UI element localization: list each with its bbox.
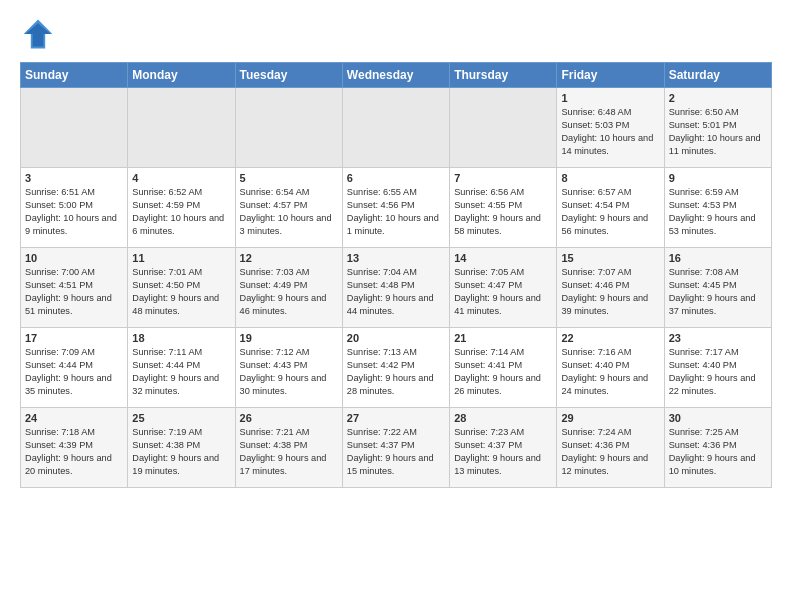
calendar-cell: 6Sunrise: 6:55 AMSunset: 4:56 PMDaylight… xyxy=(342,168,449,248)
cell-info: Sunrise: 7:12 AMSunset: 4:43 PMDaylight:… xyxy=(240,346,338,398)
calendar-week-row: 10Sunrise: 7:00 AMSunset: 4:51 PMDayligh… xyxy=(21,248,772,328)
calendar-cell: 18Sunrise: 7:11 AMSunset: 4:44 PMDayligh… xyxy=(128,328,235,408)
day-number: 8 xyxy=(561,172,659,184)
day-number: 5 xyxy=(240,172,338,184)
cell-info: Sunrise: 7:17 AMSunset: 4:40 PMDaylight:… xyxy=(669,346,767,398)
calendar-week-row: 3Sunrise: 6:51 AMSunset: 5:00 PMDaylight… xyxy=(21,168,772,248)
day-number: 23 xyxy=(669,332,767,344)
logo xyxy=(20,16,60,52)
calendar-cell: 15Sunrise: 7:07 AMSunset: 4:46 PMDayligh… xyxy=(557,248,664,328)
svg-marker-1 xyxy=(25,23,50,46)
cell-info: Sunrise: 6:59 AMSunset: 4:53 PMDaylight:… xyxy=(669,186,767,238)
day-number: 9 xyxy=(669,172,767,184)
calendar-cell: 17Sunrise: 7:09 AMSunset: 4:44 PMDayligh… xyxy=(21,328,128,408)
calendar-cell: 24Sunrise: 7:18 AMSunset: 4:39 PMDayligh… xyxy=(21,408,128,488)
day-number: 24 xyxy=(25,412,123,424)
weekday-header-cell: Monday xyxy=(128,63,235,88)
calendar-week-row: 17Sunrise: 7:09 AMSunset: 4:44 PMDayligh… xyxy=(21,328,772,408)
weekday-header-cell: Wednesday xyxy=(342,63,449,88)
cell-info: Sunrise: 7:19 AMSunset: 4:38 PMDaylight:… xyxy=(132,426,230,478)
calendar-cell: 2Sunrise: 6:50 AMSunset: 5:01 PMDaylight… xyxy=(664,88,771,168)
cell-info: Sunrise: 7:04 AMSunset: 4:48 PMDaylight:… xyxy=(347,266,445,318)
calendar-cell xyxy=(450,88,557,168)
cell-info: Sunrise: 7:05 AMSunset: 4:47 PMDaylight:… xyxy=(454,266,552,318)
cell-info: Sunrise: 7:13 AMSunset: 4:42 PMDaylight:… xyxy=(347,346,445,398)
day-number: 14 xyxy=(454,252,552,264)
calendar-cell: 27Sunrise: 7:22 AMSunset: 4:37 PMDayligh… xyxy=(342,408,449,488)
day-number: 10 xyxy=(25,252,123,264)
calendar-cell: 14Sunrise: 7:05 AMSunset: 4:47 PMDayligh… xyxy=(450,248,557,328)
day-number: 30 xyxy=(669,412,767,424)
cell-info: Sunrise: 6:51 AMSunset: 5:00 PMDaylight:… xyxy=(25,186,123,238)
cell-info: Sunrise: 6:55 AMSunset: 4:56 PMDaylight:… xyxy=(347,186,445,238)
day-number: 15 xyxy=(561,252,659,264)
day-number: 12 xyxy=(240,252,338,264)
day-number: 29 xyxy=(561,412,659,424)
cell-info: Sunrise: 7:09 AMSunset: 4:44 PMDaylight:… xyxy=(25,346,123,398)
cell-info: Sunrise: 6:54 AMSunset: 4:57 PMDaylight:… xyxy=(240,186,338,238)
cell-info: Sunrise: 7:08 AMSunset: 4:45 PMDaylight:… xyxy=(669,266,767,318)
calendar-week-row: 1Sunrise: 6:48 AMSunset: 5:03 PMDaylight… xyxy=(21,88,772,168)
calendar-table: SundayMondayTuesdayWednesdayThursdayFrid… xyxy=(20,62,772,488)
day-number: 25 xyxy=(132,412,230,424)
day-number: 28 xyxy=(454,412,552,424)
cell-info: Sunrise: 7:03 AMSunset: 4:49 PMDaylight:… xyxy=(240,266,338,318)
cell-info: Sunrise: 6:48 AMSunset: 5:03 PMDaylight:… xyxy=(561,106,659,158)
calendar-cell: 23Sunrise: 7:17 AMSunset: 4:40 PMDayligh… xyxy=(664,328,771,408)
calendar-cell: 13Sunrise: 7:04 AMSunset: 4:48 PMDayligh… xyxy=(342,248,449,328)
calendar-cell: 4Sunrise: 6:52 AMSunset: 4:59 PMDaylight… xyxy=(128,168,235,248)
cell-info: Sunrise: 6:57 AMSunset: 4:54 PMDaylight:… xyxy=(561,186,659,238)
day-number: 1 xyxy=(561,92,659,104)
calendar-cell xyxy=(128,88,235,168)
calendar-cell: 10Sunrise: 7:00 AMSunset: 4:51 PMDayligh… xyxy=(21,248,128,328)
weekday-header: SundayMondayTuesdayWednesdayThursdayFrid… xyxy=(21,63,772,88)
cell-info: Sunrise: 6:52 AMSunset: 4:59 PMDaylight:… xyxy=(132,186,230,238)
calendar-cell: 1Sunrise: 6:48 AMSunset: 5:03 PMDaylight… xyxy=(557,88,664,168)
day-number: 27 xyxy=(347,412,445,424)
calendar-week-row: 24Sunrise: 7:18 AMSunset: 4:39 PMDayligh… xyxy=(21,408,772,488)
day-number: 17 xyxy=(25,332,123,344)
cell-info: Sunrise: 7:18 AMSunset: 4:39 PMDaylight:… xyxy=(25,426,123,478)
calendar-cell xyxy=(21,88,128,168)
cell-info: Sunrise: 7:21 AMSunset: 4:38 PMDaylight:… xyxy=(240,426,338,478)
calendar-cell xyxy=(342,88,449,168)
calendar-cell: 9Sunrise: 6:59 AMSunset: 4:53 PMDaylight… xyxy=(664,168,771,248)
calendar-cell: 29Sunrise: 7:24 AMSunset: 4:36 PMDayligh… xyxy=(557,408,664,488)
day-number: 3 xyxy=(25,172,123,184)
weekday-header-cell: Friday xyxy=(557,63,664,88)
day-number: 13 xyxy=(347,252,445,264)
page: SundayMondayTuesdayWednesdayThursdayFrid… xyxy=(0,0,792,498)
weekday-header-cell: Thursday xyxy=(450,63,557,88)
day-number: 20 xyxy=(347,332,445,344)
calendar-cell: 11Sunrise: 7:01 AMSunset: 4:50 PMDayligh… xyxy=(128,248,235,328)
calendar-body: 1Sunrise: 6:48 AMSunset: 5:03 PMDaylight… xyxy=(21,88,772,488)
calendar-cell: 3Sunrise: 6:51 AMSunset: 5:00 PMDaylight… xyxy=(21,168,128,248)
cell-info: Sunrise: 7:01 AMSunset: 4:50 PMDaylight:… xyxy=(132,266,230,318)
logo-icon xyxy=(20,16,56,52)
calendar-cell: 26Sunrise: 7:21 AMSunset: 4:38 PMDayligh… xyxy=(235,408,342,488)
day-number: 26 xyxy=(240,412,338,424)
day-number: 11 xyxy=(132,252,230,264)
day-number: 6 xyxy=(347,172,445,184)
cell-info: Sunrise: 7:23 AMSunset: 4:37 PMDaylight:… xyxy=(454,426,552,478)
cell-info: Sunrise: 7:14 AMSunset: 4:41 PMDaylight:… xyxy=(454,346,552,398)
calendar-cell: 5Sunrise: 6:54 AMSunset: 4:57 PMDaylight… xyxy=(235,168,342,248)
calendar-cell: 12Sunrise: 7:03 AMSunset: 4:49 PMDayligh… xyxy=(235,248,342,328)
calendar-cell: 16Sunrise: 7:08 AMSunset: 4:45 PMDayligh… xyxy=(664,248,771,328)
calendar-cell: 25Sunrise: 7:19 AMSunset: 4:38 PMDayligh… xyxy=(128,408,235,488)
day-number: 22 xyxy=(561,332,659,344)
calendar-cell xyxy=(235,88,342,168)
day-number: 7 xyxy=(454,172,552,184)
calendar-cell: 20Sunrise: 7:13 AMSunset: 4:42 PMDayligh… xyxy=(342,328,449,408)
cell-info: Sunrise: 7:24 AMSunset: 4:36 PMDaylight:… xyxy=(561,426,659,478)
day-number: 16 xyxy=(669,252,767,264)
cell-info: Sunrise: 7:07 AMSunset: 4:46 PMDaylight:… xyxy=(561,266,659,318)
cell-info: Sunrise: 7:25 AMSunset: 4:36 PMDaylight:… xyxy=(669,426,767,478)
calendar-cell: 21Sunrise: 7:14 AMSunset: 4:41 PMDayligh… xyxy=(450,328,557,408)
day-number: 19 xyxy=(240,332,338,344)
cell-info: Sunrise: 7:16 AMSunset: 4:40 PMDaylight:… xyxy=(561,346,659,398)
cell-info: Sunrise: 6:56 AMSunset: 4:55 PMDaylight:… xyxy=(454,186,552,238)
calendar-cell: 8Sunrise: 6:57 AMSunset: 4:54 PMDaylight… xyxy=(557,168,664,248)
cell-info: Sunrise: 7:00 AMSunset: 4:51 PMDaylight:… xyxy=(25,266,123,318)
weekday-header-cell: Saturday xyxy=(664,63,771,88)
